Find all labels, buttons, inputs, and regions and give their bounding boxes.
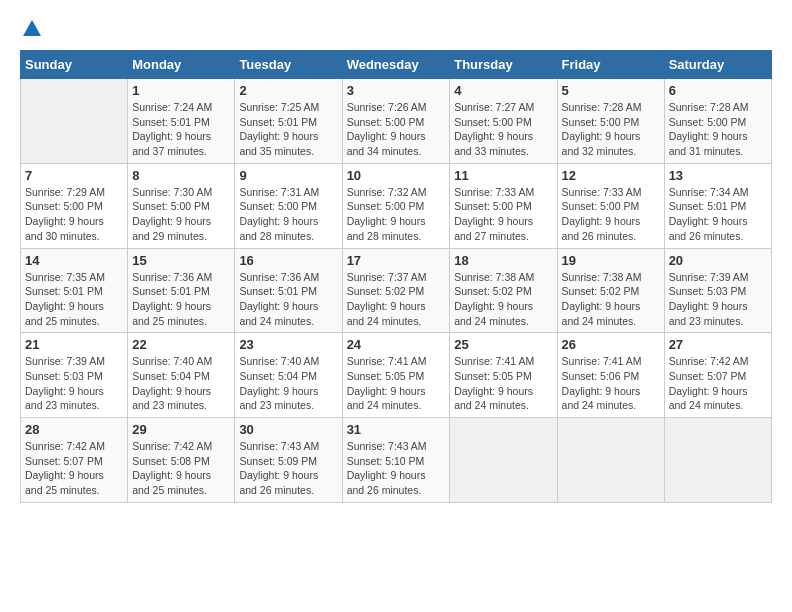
header-day-sunday: Sunday (21, 51, 128, 79)
day-number: 6 (669, 83, 767, 98)
calendar-cell: 6Sunrise: 7:28 AMSunset: 5:00 PMDaylight… (664, 79, 771, 164)
day-number: 2 (239, 83, 337, 98)
calendar-cell: 21Sunrise: 7:39 AMSunset: 5:03 PMDayligh… (21, 333, 128, 418)
day-number: 23 (239, 337, 337, 352)
day-number: 16 (239, 253, 337, 268)
logo (20, 20, 41, 40)
day-info: Sunrise: 7:43 AMSunset: 5:10 PMDaylight:… (347, 439, 446, 498)
day-info: Sunrise: 7:28 AMSunset: 5:00 PMDaylight:… (562, 100, 660, 159)
calendar-cell: 18Sunrise: 7:38 AMSunset: 5:02 PMDayligh… (450, 248, 557, 333)
day-number: 24 (347, 337, 446, 352)
day-info: Sunrise: 7:36 AMSunset: 5:01 PMDaylight:… (132, 270, 230, 329)
page-header (20, 20, 772, 40)
calendar-cell: 23Sunrise: 7:40 AMSunset: 5:04 PMDayligh… (235, 333, 342, 418)
calendar-cell: 24Sunrise: 7:41 AMSunset: 5:05 PMDayligh… (342, 333, 450, 418)
day-info: Sunrise: 7:38 AMSunset: 5:02 PMDaylight:… (454, 270, 552, 329)
header-day-monday: Monday (128, 51, 235, 79)
day-number: 18 (454, 253, 552, 268)
day-number: 26 (562, 337, 660, 352)
day-info: Sunrise: 7:41 AMSunset: 5:05 PMDaylight:… (454, 354, 552, 413)
calendar-cell: 11Sunrise: 7:33 AMSunset: 5:00 PMDayligh… (450, 163, 557, 248)
week-row-5: 28Sunrise: 7:42 AMSunset: 5:07 PMDayligh… (21, 418, 772, 503)
week-row-1: 1Sunrise: 7:24 AMSunset: 5:01 PMDaylight… (21, 79, 772, 164)
day-number: 28 (25, 422, 123, 437)
header-day-thursday: Thursday (450, 51, 557, 79)
header-row: SundayMondayTuesdayWednesdayThursdayFrid… (21, 51, 772, 79)
calendar-cell: 4Sunrise: 7:27 AMSunset: 5:00 PMDaylight… (450, 79, 557, 164)
calendar-cell: 26Sunrise: 7:41 AMSunset: 5:06 PMDayligh… (557, 333, 664, 418)
day-number: 8 (132, 168, 230, 183)
calendar-cell: 30Sunrise: 7:43 AMSunset: 5:09 PMDayligh… (235, 418, 342, 503)
svg-marker-0 (23, 20, 41, 36)
calendar-cell: 2Sunrise: 7:25 AMSunset: 5:01 PMDaylight… (235, 79, 342, 164)
calendar-cell: 13Sunrise: 7:34 AMSunset: 5:01 PMDayligh… (664, 163, 771, 248)
day-info: Sunrise: 7:33 AMSunset: 5:00 PMDaylight:… (454, 185, 552, 244)
day-info: Sunrise: 7:43 AMSunset: 5:09 PMDaylight:… (239, 439, 337, 498)
calendar-table: SundayMondayTuesdayWednesdayThursdayFrid… (20, 50, 772, 503)
calendar-cell: 1Sunrise: 7:24 AMSunset: 5:01 PMDaylight… (128, 79, 235, 164)
day-info: Sunrise: 7:36 AMSunset: 5:01 PMDaylight:… (239, 270, 337, 329)
day-number: 3 (347, 83, 446, 98)
day-number: 17 (347, 253, 446, 268)
calendar-cell (450, 418, 557, 503)
calendar-cell: 16Sunrise: 7:36 AMSunset: 5:01 PMDayligh… (235, 248, 342, 333)
day-info: Sunrise: 7:24 AMSunset: 5:01 PMDaylight:… (132, 100, 230, 159)
week-row-2: 7Sunrise: 7:29 AMSunset: 5:00 PMDaylight… (21, 163, 772, 248)
day-number: 1 (132, 83, 230, 98)
calendar-header: SundayMondayTuesdayWednesdayThursdayFrid… (21, 51, 772, 79)
day-info: Sunrise: 7:26 AMSunset: 5:00 PMDaylight:… (347, 100, 446, 159)
day-info: Sunrise: 7:42 AMSunset: 5:07 PMDaylight:… (669, 354, 767, 413)
day-info: Sunrise: 7:30 AMSunset: 5:00 PMDaylight:… (132, 185, 230, 244)
day-number: 10 (347, 168, 446, 183)
week-row-4: 21Sunrise: 7:39 AMSunset: 5:03 PMDayligh… (21, 333, 772, 418)
day-info: Sunrise: 7:31 AMSunset: 5:00 PMDaylight:… (239, 185, 337, 244)
calendar-cell (664, 418, 771, 503)
day-info: Sunrise: 7:40 AMSunset: 5:04 PMDaylight:… (132, 354, 230, 413)
header-day-wednesday: Wednesday (342, 51, 450, 79)
calendar-cell: 28Sunrise: 7:42 AMSunset: 5:07 PMDayligh… (21, 418, 128, 503)
calendar-cell: 17Sunrise: 7:37 AMSunset: 5:02 PMDayligh… (342, 248, 450, 333)
header-day-friday: Friday (557, 51, 664, 79)
calendar-cell (557, 418, 664, 503)
header-day-saturday: Saturday (664, 51, 771, 79)
calendar-cell: 15Sunrise: 7:36 AMSunset: 5:01 PMDayligh… (128, 248, 235, 333)
day-info: Sunrise: 7:41 AMSunset: 5:06 PMDaylight:… (562, 354, 660, 413)
calendar-cell (21, 79, 128, 164)
calendar-cell: 7Sunrise: 7:29 AMSunset: 5:00 PMDaylight… (21, 163, 128, 248)
calendar-cell: 8Sunrise: 7:30 AMSunset: 5:00 PMDaylight… (128, 163, 235, 248)
day-info: Sunrise: 7:42 AMSunset: 5:07 PMDaylight:… (25, 439, 123, 498)
day-number: 20 (669, 253, 767, 268)
day-number: 11 (454, 168, 552, 183)
day-number: 14 (25, 253, 123, 268)
day-info: Sunrise: 7:25 AMSunset: 5:01 PMDaylight:… (239, 100, 337, 159)
calendar-cell: 22Sunrise: 7:40 AMSunset: 5:04 PMDayligh… (128, 333, 235, 418)
calendar-cell: 14Sunrise: 7:35 AMSunset: 5:01 PMDayligh… (21, 248, 128, 333)
day-number: 15 (132, 253, 230, 268)
day-info: Sunrise: 7:34 AMSunset: 5:01 PMDaylight:… (669, 185, 767, 244)
day-number: 22 (132, 337, 230, 352)
day-number: 31 (347, 422, 446, 437)
week-row-3: 14Sunrise: 7:35 AMSunset: 5:01 PMDayligh… (21, 248, 772, 333)
calendar-cell: 12Sunrise: 7:33 AMSunset: 5:00 PMDayligh… (557, 163, 664, 248)
day-number: 12 (562, 168, 660, 183)
calendar-cell: 31Sunrise: 7:43 AMSunset: 5:10 PMDayligh… (342, 418, 450, 503)
calendar-cell: 29Sunrise: 7:42 AMSunset: 5:08 PMDayligh… (128, 418, 235, 503)
day-number: 29 (132, 422, 230, 437)
calendar-cell: 19Sunrise: 7:38 AMSunset: 5:02 PMDayligh… (557, 248, 664, 333)
day-number: 9 (239, 168, 337, 183)
day-number: 30 (239, 422, 337, 437)
day-info: Sunrise: 7:29 AMSunset: 5:00 PMDaylight:… (25, 185, 123, 244)
day-info: Sunrise: 7:37 AMSunset: 5:02 PMDaylight:… (347, 270, 446, 329)
day-number: 7 (25, 168, 123, 183)
day-info: Sunrise: 7:39 AMSunset: 5:03 PMDaylight:… (669, 270, 767, 329)
header-day-tuesday: Tuesday (235, 51, 342, 79)
day-info: Sunrise: 7:38 AMSunset: 5:02 PMDaylight:… (562, 270, 660, 329)
calendar-cell: 20Sunrise: 7:39 AMSunset: 5:03 PMDayligh… (664, 248, 771, 333)
day-number: 25 (454, 337, 552, 352)
day-number: 21 (25, 337, 123, 352)
day-info: Sunrise: 7:40 AMSunset: 5:04 PMDaylight:… (239, 354, 337, 413)
day-number: 4 (454, 83, 552, 98)
day-info: Sunrise: 7:33 AMSunset: 5:00 PMDaylight:… (562, 185, 660, 244)
calendar-cell: 10Sunrise: 7:32 AMSunset: 5:00 PMDayligh… (342, 163, 450, 248)
day-info: Sunrise: 7:27 AMSunset: 5:00 PMDaylight:… (454, 100, 552, 159)
